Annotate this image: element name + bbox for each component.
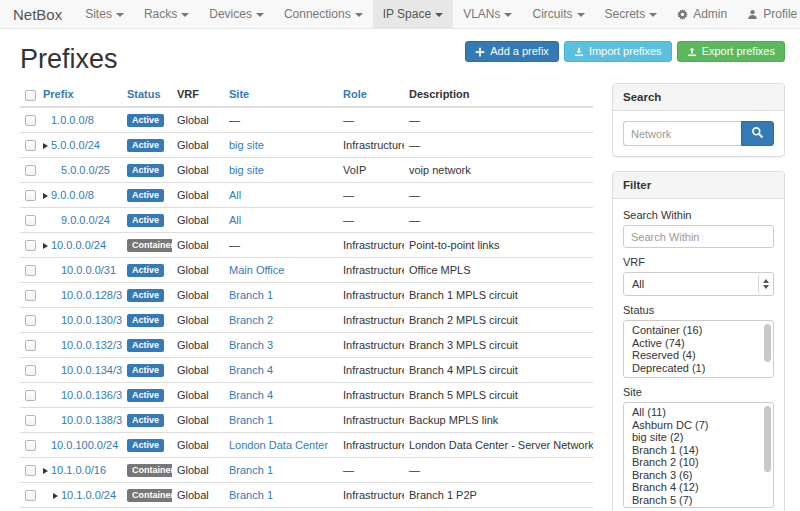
vrf-select[interactable]: All [623,272,774,296]
site-link[interactable]: Branch 4 [229,389,273,401]
filter-option[interactable]: Container (16) [624,324,773,337]
row-checkbox[interactable] [25,290,36,301]
site-link[interactable]: London Data Center [229,439,328,451]
filter-option[interactable]: COLO-1-2A (2) [624,506,773,508]
row-checkbox[interactable] [25,215,36,226]
column-header-vrf: VRF [172,83,224,107]
prefix-link[interactable]: 10.0.0.128/31 [61,289,122,301]
prefix-link[interactable]: 10.0.0.138/31 [61,414,122,426]
prefix-link[interactable]: 10.0.0.132/31 [61,339,122,351]
prefix-link[interactable]: 10.0.0.134/31 [61,364,122,376]
filter-option[interactable]: Deprecated (1) [624,362,773,375]
site-link[interactable]: Main Office [229,264,284,276]
vrf-cell: Global [172,282,224,307]
nav-item-vlans[interactable]: VLANs [453,0,522,28]
status-badge: Active [127,414,164,427]
row-checkbox[interactable] [25,190,36,201]
filter-option[interactable]: Branch 4 (12) [624,481,773,494]
site-link[interactable]: Branch 2 [229,314,273,326]
row-checkbox[interactable] [25,415,36,426]
indent-spacer [43,223,61,224]
import-prefixes-button[interactable]: Import prefixes [564,41,672,62]
nav-item-sites[interactable]: Sites [75,0,134,28]
nav-item-ip-space[interactable]: IP Space [373,0,453,28]
search-input[interactable] [623,121,741,146]
prefix-link[interactable]: 5.0.0.0/24 [51,139,100,151]
filter-option[interactable]: Active (74) [624,337,773,350]
sort-link[interactable]: Site [229,88,249,100]
add-a-prefix-button[interactable]: Add a prefix [465,41,559,62]
site-link[interactable]: All [229,214,241,226]
prefix-link[interactable]: 5.0.0.0/25 [61,164,110,176]
site-link[interactable]: Branch 1 [229,464,273,476]
prefix-link[interactable]: 9.0.0.0/24 [61,214,110,226]
column-header-role[interactable]: Role [338,83,404,107]
sort-link[interactable]: Status [127,88,161,100]
row-checkbox[interactable] [25,240,36,251]
prefix-link[interactable]: 10.0.0.0/24 [51,239,106,251]
row-checkbox[interactable] [25,340,36,351]
role-cell: VoIP [338,157,404,182]
table-row: 10.0.0.0/31ActiveGlobalMain OfficeInfras… [20,257,593,282]
site-link[interactable]: Branch 1 [229,289,273,301]
prefix-link[interactable]: 10.1.0.0/24 [61,489,116,501]
column-header-site[interactable]: Site [224,83,338,107]
column-header-prefix[interactable]: Prefix [38,83,122,107]
nav-item-secrets[interactable]: Secrets [595,0,668,28]
table-row: 10.0.0.138/31ActiveGlobalBranch 1Infrast… [20,407,593,432]
site-link[interactable]: big site [229,139,264,151]
site-link[interactable]: Branch 1 [229,489,273,501]
select-all-checkbox[interactable] [25,90,36,101]
row-checkbox[interactable] [25,140,36,151]
nav-item-admin[interactable]: Admin [667,0,737,28]
row-checkbox[interactable] [25,365,36,376]
prefix-link[interactable]: 10.0.0.0/31 [61,264,116,276]
search-within-input[interactable] [623,225,774,248]
prefix-link[interactable]: 10.0.0.136/31 [61,389,122,401]
scrollbar-thumb[interactable] [764,406,771,472]
navbar-brand[interactable]: NetBox [0,0,75,28]
nav-item-circuits[interactable]: Circuits [522,0,594,28]
site-link[interactable]: Branch 4 [229,364,273,376]
row-checkbox[interactable] [25,440,36,451]
row-checkbox[interactable] [25,315,36,326]
table-row: 1.0.0.0/8ActiveGlobal——— [20,107,593,133]
sort-link[interactable]: Role [343,88,367,100]
nav-item-profile[interactable]: Profile [737,0,800,28]
scrollbar-thumb[interactable] [764,324,771,362]
nav-item-racks[interactable]: Racks [134,0,199,28]
filter-option[interactable]: big site (2) [624,431,773,444]
row-checkbox[interactable] [25,265,36,276]
filter-option[interactable]: Branch 2 (10) [624,456,773,469]
row-checkbox[interactable] [25,115,36,126]
status-badge: Active [127,189,164,202]
site-link[interactable]: All [229,189,241,201]
prefix-link[interactable]: 10.0.100.0/24 [51,439,118,451]
prefix-link[interactable]: 1.0.0.0/8 [51,114,94,126]
filter-option[interactable]: Branch 5 (7) [624,494,773,507]
prefix-link[interactable]: 10.1.0.0/16 [51,464,106,476]
nav-item-devices[interactable]: Devices [199,0,274,28]
filter-option[interactable]: All (11) [624,406,773,419]
filter-option[interactable]: Branch 1 (14) [624,444,773,457]
status-badge: Container [127,464,172,477]
export-prefixes-button[interactable]: Export prefixes [677,41,785,62]
prefix-link[interactable]: 9.0.0.0/8 [51,189,94,201]
filter-option[interactable]: Ashburn DC (7) [624,419,773,432]
sort-link[interactable]: Prefix [43,88,74,100]
site-link[interactable]: Branch 1 [229,414,273,426]
site-link[interactable]: big site [229,164,264,176]
prefix-link[interactable]: 10.0.0.130/31 [61,314,122,326]
status-badge: Active [127,314,164,327]
site-link[interactable]: Branch 3 [229,339,273,351]
row-checkbox[interactable] [25,165,36,176]
column-header-status[interactable]: Status [122,83,172,107]
row-checkbox[interactable] [25,465,36,476]
nav-item-connections[interactable]: Connections [274,0,373,28]
search-button[interactable] [741,121,774,146]
filter-option[interactable]: Reserved (4) [624,349,773,362]
row-checkbox[interactable] [25,390,36,401]
row-checkbox[interactable] [25,490,36,501]
filter-option[interactable]: Branch 3 (6) [624,469,773,482]
description-cell: voip network [404,157,593,182]
